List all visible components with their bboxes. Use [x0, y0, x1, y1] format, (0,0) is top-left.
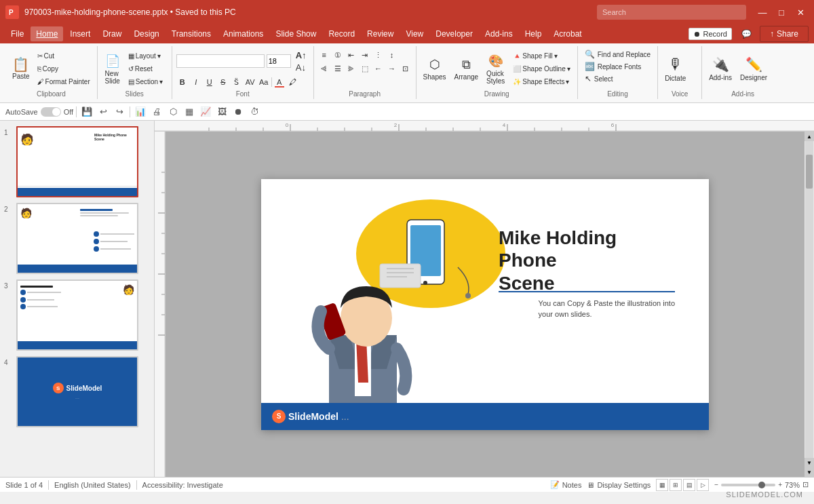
addins-button[interactable]: 🔌 Add-ins: [706, 49, 735, 89]
autosave-toggle: AutoSave Off: [5, 107, 73, 117]
menu-insert[interactable]: Insert: [64, 26, 96, 41]
display-settings-button[interactable]: 🖥 Display Settings: [587, 481, 651, 489]
shape-outline-button[interactable]: ⬜ Shape Outline ▾: [510, 63, 573, 75]
insert-image-button[interactable]: 🖼: [214, 104, 229, 119]
zoom-in-button[interactable]: +: [778, 481, 782, 488]
new-slide-button[interactable]: 📄 NewSlide: [102, 49, 123, 89]
menu-review[interactable]: Review: [362, 26, 399, 41]
section-button[interactable]: ▤ Section ▾: [125, 76, 166, 88]
menu-draw[interactable]: Draw: [97, 26, 127, 41]
decrease-indent-button[interactable]: ⇤: [345, 49, 357, 61]
increase-indent-button[interactable]: ⇥: [359, 49, 371, 61]
ltr-button[interactable]: →: [386, 62, 398, 75]
slide-thumbnail-2[interactable]: 🧑: [16, 203, 138, 274]
shapes-tool-button[interactable]: ⬡: [166, 104, 180, 119]
fit-slide-button[interactable]: ⊡: [802, 480, 809, 489]
menu-help[interactable]: Help: [520, 26, 547, 41]
columns-button[interactable]: ⋮: [372, 49, 385, 61]
char-spacing-button[interactable]: AV: [244, 76, 256, 88]
search-input[interactable]: [597, 5, 746, 20]
close-button[interactable]: ✕: [792, 4, 809, 20]
align-center-button[interactable]: ☰: [332, 62, 344, 75]
presentation-mode-button[interactable]: 📊: [133, 104, 148, 119]
slide-thumbnail-4[interactable]: S SlideModel ···: [16, 356, 138, 427]
scroll-down-button[interactable]: ▼: [805, 467, 814, 477]
align-left-button[interactable]: ⫷: [318, 62, 330, 75]
slide-canvas-area[interactable]: Mike Holding Phone Scene You can Copy & …: [166, 132, 805, 477]
menu-file[interactable]: File: [5, 26, 29, 41]
numbering-button[interactable]: ①: [332, 49, 344, 61]
shapes-button[interactable]: ⬡ Shapes: [421, 49, 449, 89]
maximize-button[interactable]: □: [773, 4, 790, 20]
decrease-font-button[interactable]: A↓: [293, 61, 309, 73]
slide-sorter-button[interactable]: ⊞: [670, 479, 682, 491]
reading-view-button[interactable]: ▤: [683, 479, 695, 491]
shape-effects-button[interactable]: ✨ Shape Effects ▾: [510, 76, 573, 88]
italic-button[interactable]: I: [190, 76, 202, 88]
insert-table-button[interactable]: ▦: [182, 104, 197, 119]
format-painter-button[interactable]: 🖌 Format Painter: [35, 76, 93, 88]
timer-button[interactable]: ⏱: [247, 104, 262, 119]
share-button[interactable]: ↑ Share: [760, 26, 809, 42]
autosave-toggle-pill[interactable]: [41, 107, 61, 117]
menu-home[interactable]: Home: [31, 26, 63, 41]
font-name-input[interactable]: [176, 54, 265, 68]
menu-view[interactable]: View: [400, 26, 429, 41]
shadow-button[interactable]: S̈: [231, 76, 243, 88]
find-replace-button[interactable]: 🔍 Find and Replace: [582, 49, 653, 60]
designer-button[interactable]: ✏️ Designer: [737, 49, 770, 89]
insert-chart-button[interactable]: 📈: [198, 104, 213, 119]
record-button[interactable]: ⏺ Record: [689, 28, 732, 40]
menu-developer[interactable]: Developer: [430, 26, 478, 41]
arrange-button[interactable]: ⧉ Arrange: [452, 49, 482, 89]
underline-button[interactable]: U: [204, 76, 216, 88]
normal-view-button[interactable]: ▦: [656, 479, 668, 491]
save-button[interactable]: 💾: [79, 104, 94, 119]
undo-button[interactable]: ↩: [96, 104, 111, 119]
line-spacing-button[interactable]: ↕: [386, 49, 398, 61]
menu-animations[interactable]: Animations: [218, 26, 269, 41]
font-color-button[interactable]: A: [273, 76, 286, 88]
dictate-button[interactable]: 🎙 Dictate: [662, 49, 689, 89]
slide-thumbnail-3[interactable]: 🧑: [16, 279, 138, 351]
comment-button[interactable]: 💬: [739, 28, 754, 40]
highlight-button[interactable]: 🖍: [287, 76, 299, 88]
change-case-button[interactable]: Aa: [258, 76, 270, 88]
reset-button[interactable]: ↺ Reset: [125, 63, 166, 75]
quick-styles-button[interactable]: 🎨 QuickStyles: [484, 49, 507, 89]
replace-fonts-button[interactable]: 🔤 Replace Fonts: [582, 61, 653, 72]
justify-button[interactable]: ⬚: [359, 62, 371, 75]
paste-button[interactable]: 📋 Paste: [9, 49, 33, 89]
cut-button[interactable]: ✂ Cut: [35, 50, 93, 62]
strikethrough-button[interactable]: S: [217, 76, 229, 88]
menu-record[interactable]: Record: [323, 26, 360, 41]
notes-button[interactable]: 📝 Notes: [550, 480, 582, 489]
bold-button[interactable]: B: [176, 76, 189, 88]
smart-art-button[interactable]: ⊡: [400, 62, 412, 75]
copy-button[interactable]: ⎘ Copy: [35, 63, 93, 75]
menu-transitions[interactable]: Transitions: [166, 26, 216, 41]
minimize-button[interactable]: —: [754, 4, 771, 20]
font-size-input[interactable]: [267, 54, 291, 68]
rtl-button[interactable]: ←: [372, 62, 385, 75]
scroll-down-button-top[interactable]: ▼: [805, 458, 814, 467]
slide-thumbnail-1[interactable]: Mike Holding Phone Scene 🧑: [16, 126, 138, 197]
menu-slideshow[interactable]: Slide Show: [270, 26, 322, 41]
presentation-view-button[interactable]: ▷: [697, 479, 709, 491]
record-tool-button[interactable]: ⏺: [231, 104, 246, 119]
menu-design[interactable]: Design: [128, 26, 164, 41]
print-button[interactable]: 🖨: [149, 104, 164, 119]
scroll-thumb[interactable]: [806, 155, 813, 189]
zoom-slider[interactable]: [721, 484, 775, 486]
menu-acrobat[interactable]: Acrobat: [548, 26, 587, 41]
shape-fill-button[interactable]: 🔺 Shape Fill ▾: [510, 50, 573, 62]
scroll-up-button[interactable]: ▲: [805, 132, 814, 141]
menu-addins[interactable]: Add-ins: [480, 26, 518, 41]
redo-button[interactable]: ↪: [112, 104, 127, 119]
increase-font-button[interactable]: A↑: [293, 49, 309, 61]
layout-button[interactable]: ▦ Layout ▾: [125, 50, 166, 62]
select-button[interactable]: ↖ Select: [582, 73, 653, 84]
align-right-button[interactable]: ⫸: [345, 62, 357, 75]
zoom-out-button[interactable]: −: [714, 481, 718, 488]
bullets-button[interactable]: ≡: [318, 49, 330, 61]
